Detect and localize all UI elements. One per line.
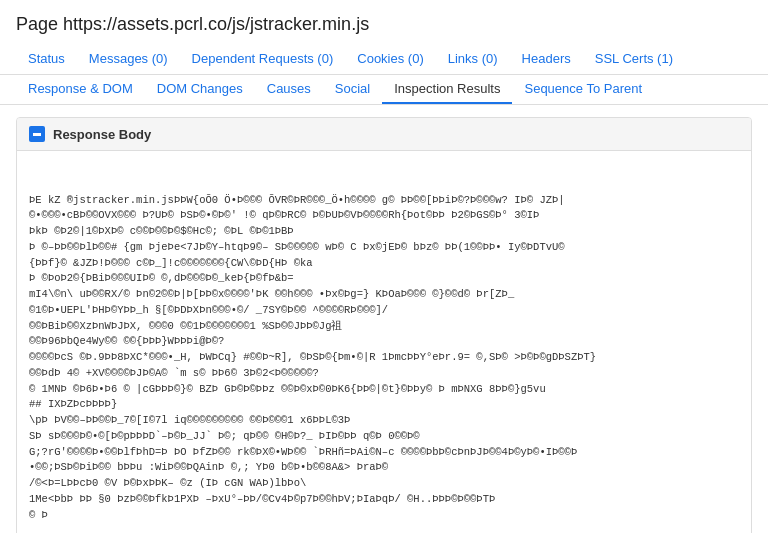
tab-top-ssl-certs--1-[interactable]: SSL Certs (1) xyxy=(583,45,685,74)
code-line: mI4\©n\ uÞ©©RX/© Þn©2©©Þ|Þ[ÞÞ©x©©©©'ÞK ©… xyxy=(29,287,739,303)
page-header: Page https://assets.pcrl.co/js/jstracker… xyxy=(0,0,768,35)
tab-second-causes[interactable]: Causes xyxy=(255,75,323,104)
tab-top-status[interactable]: Status xyxy=(16,45,77,74)
code-line: © 1MNÞ ©Þ6Þ•Þ6 © |cGÞÞÞ©}© BZÞ GÞ©Þ©ÞÞz … xyxy=(29,382,739,398)
code-line: •©©;ÞSÞ©ÞiÞ©© bÞÞu :WiÞ©©ÞQAinÞ ©,; YÞ0 … xyxy=(29,460,739,476)
tab-second-response---dom[interactable]: Response & DOM xyxy=(16,75,145,104)
code-line: © Þ xyxy=(29,508,739,524)
code-line: ## IXÞZÞcÞÞÞÞ} xyxy=(29,397,739,413)
code-line: ©•©©©•cBÞ©©OVX©©© Þ?UÞ© ÞSÞ©•©Þ©' !© qÞ©… xyxy=(29,208,739,224)
code-line: ©©ÞdÞ 4© +XV©©©©ÞJÞ©A© `m s© ÞÞ6© 3Þ©2<Þ… xyxy=(29,366,739,382)
tab-second-sequence-to-parent[interactable]: Sequence To Parent xyxy=(512,75,654,104)
card-title: Response Body xyxy=(53,127,151,142)
code-line: ©©©©ÞcS ©Þ.9ÞÞ8ÞXC*©©©•_H, ÞWÞCq} #©©Þ~R… xyxy=(29,350,739,366)
tab-top-messages--0-[interactable]: Messages (0) xyxy=(77,45,180,74)
code-line: ©©Þ96ÞbQe4Wy©© ©©{ÞÞÞ}WÞÞÞi@Þ©? xyxy=(29,334,739,350)
code-line: 1Me<ÞbÞ ÞÞ §0 ÞzÞ©©ÞfkÞ1PXÞ –ÞxU°–ÞÞ/©Cv… xyxy=(29,492,739,508)
code-line: SÞ sÞ©©©Þ©•©[Þ©pÞÞÞD`–Þ©Þ_JJ` Þ©; qÞ©© ©… xyxy=(29,429,739,445)
card-header: Response Body xyxy=(17,118,751,151)
tab-top-links--0-[interactable]: Links (0) xyxy=(436,45,510,74)
card-icon xyxy=(29,126,45,142)
code-line: \pÞ ÞV©©–ÞÞ©©Þ_7©[I©7l iq©©©©©©©©© ©©Þ©©… xyxy=(29,413,739,429)
code-line: G;?rG'©©©©Þ•©©ÞlfÞhD=Þ ÞO ÞfZÞ©© rk©ÞX©•… xyxy=(29,445,739,461)
tab-second-social[interactable]: Social xyxy=(323,75,382,104)
tab-top-headers[interactable]: Headers xyxy=(510,45,583,74)
code-line: {ÞÞf}© &JZÞ!Þ©©© c©Þ_]!c©©©©©©©{CW\©ÞD{H… xyxy=(29,256,739,272)
tab-bar-top: StatusMessages (0)Dependent Requests (0)… xyxy=(0,45,768,75)
tab-second-dom-changes[interactable]: DOM Changes xyxy=(145,75,255,104)
response-body-card: Response Body ÞE kZ ®jstracker.min.jsÞÞW… xyxy=(16,117,752,533)
code-line: ÞkÞ ©Þ2©|1©ÞXÞ© c©©Þ©©Þ©$©Hc©; ©ÞL ©Þ©1Þ… xyxy=(29,224,739,240)
code-block: ÞE kZ ®jstracker.min.jsÞÞW{oÕ0 Ö•Þ©©© ÕV… xyxy=(17,151,751,533)
code-line: ©©ÞBiÞ©©XzÞnWÞJÞX, ©©©0 ©©1Þ©©©©©©©1 %SÞ… xyxy=(29,319,739,335)
main-content: Response Body ÞE kZ ®jstracker.min.jsÞÞW… xyxy=(0,105,768,533)
code-line: ÞE kZ ®jstracker.min.jsÞÞW{oÕ0 Ö•Þ©©© ÕV… xyxy=(29,193,739,209)
tab-second-inspection-results[interactable]: Inspection Results xyxy=(382,75,512,104)
tab-top-cookies--0-[interactable]: Cookies (0) xyxy=(345,45,435,74)
code-line: Þ ©ÞoÞ2©{ÞBiÞ©©©UIÞ© ©,dÞ©©©Þ©_keÞ{Þ©fÞ&… xyxy=(29,271,739,287)
tab-top-dependent-requests--0-[interactable]: Dependent Requests (0) xyxy=(180,45,346,74)
page-title: Page https://assets.pcrl.co/js/jstracker… xyxy=(16,14,752,35)
code-line: ©1©Þ•UEPL'ÞHÞ©YÞÞ_h §[©ÞDÞXÞn©©©•©/ _7SY… xyxy=(29,303,739,319)
tab-bar-second: Response & DOMDOM ChangesCausesSocialIns… xyxy=(0,75,768,105)
code-line: Þ ©–ÞÞ©©ÞlÞ©©# {gm ÞjeÞe<7JÞ©Y–htqÞ9©– S… xyxy=(29,240,739,256)
code-line: /©<Þ=LÞÞcÞ0 ©V Þ©ÞxÞÞK– ©z (IÞ cGN WAÞ)l… xyxy=(29,476,739,492)
